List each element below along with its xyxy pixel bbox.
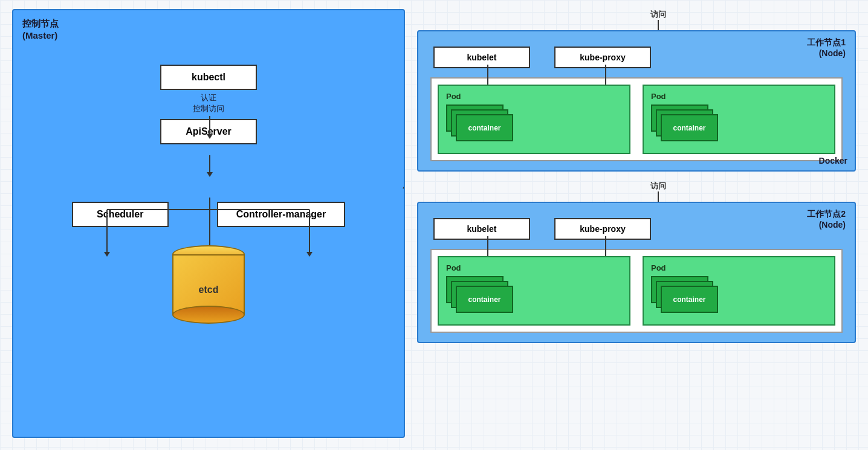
worker1-pod2-front: container — [661, 114, 718, 141]
kubectl-box: kubectl — [160, 65, 257, 90]
worker1-kube-proxy-box: kube-proxy — [554, 47, 651, 68]
worker2-kube-proxy-box: kube-proxy — [554, 218, 651, 240]
worker2-wrapper: 访问 工作节点2 (Node) kubelet — [417, 181, 856, 343]
worker2-pod1-label: Pod — [446, 263, 622, 272]
worker2-pod2: Pod container — [643, 256, 835, 326]
worker1-kubelet-box: kubelet — [433, 47, 530, 68]
worker2-label: 工作节点2 (Node) — [807, 209, 846, 230]
worker1-pod1-label: Pod — [446, 92, 622, 101]
etcd-label: etcd — [172, 284, 245, 295]
diagram-root: 控制节点 (Master) — [0, 0, 868, 450]
worker1-access-label: 访问 — [650, 9, 666, 20]
etcd-container: etcd — [172, 245, 245, 324]
scheduler-box: Scheduler — [72, 202, 169, 227]
worker1-label: 工作节点1 (Node) — [807, 37, 846, 58]
worker2-pod2-front: container — [661, 286, 718, 313]
worker2-pod1-front: container — [456, 286, 513, 313]
master-content: kubectl 认证 控制访问 ApiServer Scheduler Cont… — [13, 10, 404, 324]
worker2-kubelet-box: kubelet — [433, 218, 530, 240]
worker1-wrapper: 访问 工作节点1 (Node) — [417, 9, 856, 172]
worker2-pod2-stack: container — [651, 276, 827, 318]
etcd-cylinder: etcd — [172, 245, 245, 324]
worker1-header: kubelet kube-proxy — [427, 47, 846, 68]
worker2-pod1: Pod container — [438, 256, 630, 326]
master-node: 控制节点 (Master) — [12, 9, 405, 438]
cylinder-bottom — [172, 306, 245, 324]
worker1-docker-label: Docker — [819, 156, 847, 166]
worker1-access-arrow: 访问 — [650, 9, 666, 32]
worker2-header: kubelet kube-proxy — [427, 218, 846, 240]
worker1-pod1-front: container — [456, 114, 513, 141]
worker2-pod1-stack: container — [446, 276, 622, 318]
master-node-label: 控制节点 (Master) — [22, 18, 59, 41]
worker-node-2: 工作节点2 (Node) kubelet kube-proxy — [417, 202, 856, 343]
worker2-pods-row: Pod container Pod — [430, 249, 843, 333]
worker1-pod2-label: Pod — [651, 92, 827, 101]
worker-node-1: 工作节点1 (Node) kubelet — [417, 30, 856, 172]
auth-label: 认证 控制访问 — [193, 92, 224, 114]
worker1-pods-row: Pod container Pod — [430, 77, 843, 161]
worker2-pod2-label: Pod — [651, 263, 827, 272]
worker2-access-label: 访问 — [650, 181, 666, 191]
worker1-pod1-stack: container — [446, 104, 622, 147]
worker2-access-arrow: 访问 — [650, 181, 666, 204]
right-side: 访问 工作节点1 (Node) — [417, 9, 856, 441]
worker1-pod2-stack: container — [651, 104, 827, 147]
controller-manager-box: Controller-manager — [217, 202, 345, 227]
worker1-pod2: Pod container — [643, 85, 835, 154]
apiserver-box: ApiServer — [160, 119, 257, 144]
worker1-pod1: Pod container — [438, 85, 630, 154]
